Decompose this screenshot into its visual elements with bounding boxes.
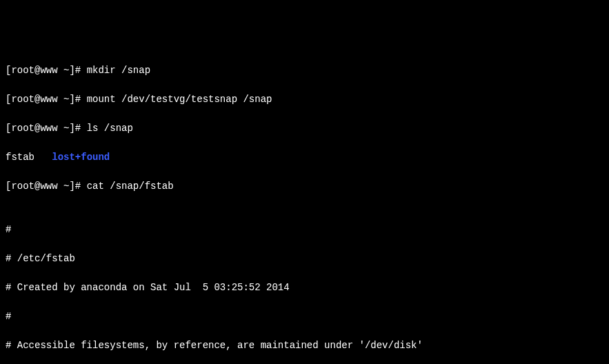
ls-spacer: [34, 152, 52, 163]
terminal-line-cat: [root@www ~]# cat /snap/fstab: [6, 179, 603, 194]
terminal-line-ls: [root@www ~]# ls /snap: [6, 121, 603, 136]
fstab-comment: # Accessible filesystems, by reference, …: [6, 338, 603, 353]
shell-prompt: [root@www ~]#: [6, 94, 87, 105]
shell-prompt: [root@www ~]#: [6, 65, 87, 76]
ls-item-fstab: fstab: [6, 152, 34, 163]
fstab-comment: # /etc/fstab: [6, 252, 603, 266]
fstab-comment: #: [6, 310, 603, 324]
fstab-comment: # Created by anaconda on Sat Jul 5 03:25…: [6, 281, 603, 295]
terminal-line-mount: [root@www ~]# mount /dev/testvg/testsnap…: [6, 92, 603, 107]
ls-item-lostfound: lost+found: [52, 152, 110, 163]
shell-prompt: [root@www ~]#: [6, 123, 87, 134]
command-ls: ls /snap: [87, 123, 133, 134]
ls-output-line: fstab lost+found: [6, 150, 603, 165]
command-cat: cat /snap/fstab: [87, 181, 174, 192]
command-mount: mount /dev/testvg/testsnap /snap: [87, 94, 272, 105]
shell-prompt: [root@www ~]#: [6, 181, 87, 192]
terminal-line-mkdir: [root@www ~]# mkdir /snap: [6, 63, 603, 78]
fstab-comment: #: [6, 223, 603, 237]
command-mkdir: mkdir /snap: [87, 65, 150, 76]
